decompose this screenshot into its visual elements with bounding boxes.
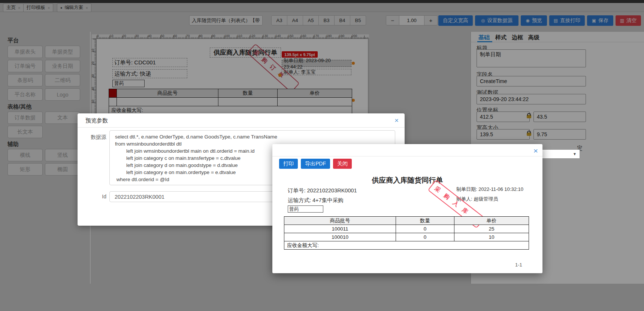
print-button[interactable]: 打印	[279, 159, 298, 169]
export-pdf-button[interactable]: 导出PDF	[301, 159, 330, 169]
table-row: 100011 0 25	[284, 225, 529, 233]
cell-batch: 100011	[284, 225, 396, 233]
page-number: 1-1	[515, 262, 522, 268]
col-header-batch: 商品批号	[284, 217, 396, 225]
table-footer-amount: 应收金额大写:	[284, 241, 529, 250]
preview-transport: 运输方式: 4+7集中采购	[288, 197, 344, 204]
modal-title: 预览参数	[85, 117, 108, 124]
chevron-down-icon: ▼	[573, 152, 577, 156]
print-preview-modal: × 打印 导出PDF 关闭 供应商入库随货同行单 订单号: 2022102203…	[272, 144, 542, 273]
col-header-price: 单价	[454, 217, 529, 225]
preview-items-table: 商品批号 数量 单价 100011 0 25 100010 0 10 应收金额大…	[284, 216, 529, 250]
cell-price: 10	[454, 233, 529, 241]
preview-doc-title: 供应商入库随货同行单	[272, 176, 542, 185]
preview-order-no: 订单号: 2022102203RK0001	[288, 187, 357, 194]
datasource-label: 数据源	[85, 134, 106, 141]
modal-divider	[272, 156, 542, 156]
close-icon[interactable]: ×	[394, 117, 399, 124]
col-header-qty: 数量	[396, 217, 454, 225]
id-label: Id	[85, 193, 106, 199]
table-row: 100010 0 10	[284, 233, 529, 241]
preview-goods-type-box: 普药	[288, 205, 323, 213]
cell-batch: 100010	[284, 233, 396, 241]
cell-qty: 0	[396, 225, 454, 233]
app-screen: 主页 × 打印模板 × ● 编辑方案 × 入库随货同行单（列表式）【带 A3 A…	[0, 0, 644, 311]
close-icon[interactable]: ×	[533, 147, 538, 155]
close-preview-button[interactable]: 关闭	[333, 159, 352, 169]
preview-create-date: 制单日期: 2022-11-06 10:32:10	[456, 186, 523, 193]
modal-header	[78, 113, 405, 128]
cell-price: 25	[454, 225, 529, 233]
cell-qty: 0	[396, 233, 454, 241]
